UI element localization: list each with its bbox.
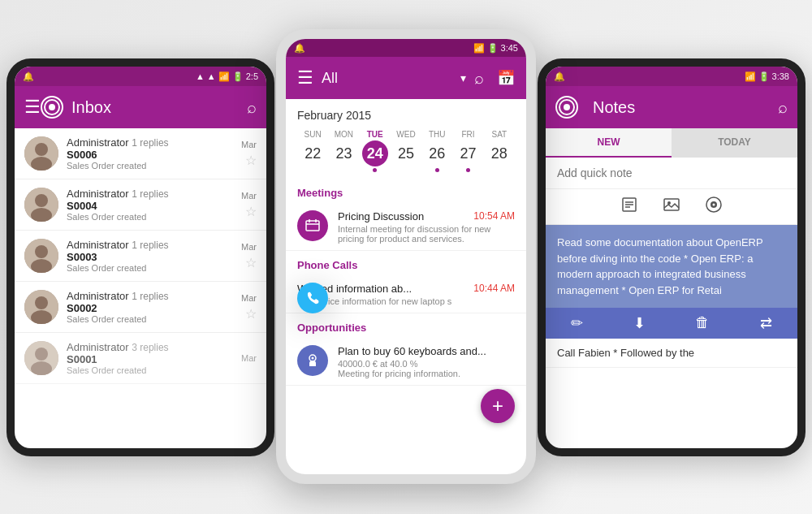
inbox-meta-1: Mar ☆ (241, 140, 257, 168)
cal-header-icons: ⌕ 📅 (474, 69, 515, 88)
cal-day-thu[interactable]: THU 26 (421, 130, 452, 172)
svg-point-15 (35, 348, 48, 361)
inbox-item-2[interactable]: Administrator 1 replies S0004 Sales Orde… (15, 179, 266, 231)
phone-inbox: 🔔 ▲ ▲ 📶 🔋 2:5 ☰ Inbox ⌕ (6, 58, 274, 456)
inbox-title: Inbox (71, 98, 111, 117)
phone-event-icon (297, 283, 328, 313)
avatar-2 (24, 188, 58, 222)
notes-quick-add (546, 158, 797, 189)
svg-point-33 (713, 204, 715, 206)
calendar-week-section: February 2015 SUN 22 MON 23 TUE 24 (286, 99, 526, 179)
svg-point-1 (49, 104, 55, 110)
cal-day-mon[interactable]: MON 23 (328, 130, 359, 172)
cal-status-icon: 🔔 (294, 43, 305, 54)
inbox-content-3: Administrator 1 replies S0003 Sales Orde… (67, 239, 233, 273)
notes-title: Notes (593, 98, 635, 117)
notes-search-icon[interactable]: ⌕ (778, 98, 788, 117)
inbox-meta-5: Mar (241, 353, 257, 363)
note-image-icon[interactable] (663, 196, 680, 218)
status-bar-center: 🔔 📶 🔋 3:45 (286, 39, 526, 57)
cal-menu-icon[interactable]: ☰ (297, 67, 313, 89)
inbox-list: Administrator 1 replies S0006 Sales Orde… (15, 128, 266, 384)
inbox-content-2: Administrator 1 replies S0004 Sales Orde… (67, 188, 233, 222)
avatar-1 (24, 136, 58, 171)
tab-new[interactable]: NEW (546, 128, 672, 158)
status-icons-right: 📶 🔋 3:38 (745, 71, 789, 82)
star-icon-2[interactable]: ☆ (245, 204, 257, 219)
notes-below-card[interactable]: Call Fabien * Followed by the (546, 339, 797, 368)
status-icons-center: 📶 🔋 3:45 (473, 43, 518, 54)
star-icon-3[interactable]: ☆ (245, 255, 257, 270)
opportunity-event-icon (297, 345, 328, 376)
status-left-icon: 🔔 (23, 71, 34, 82)
svg-point-6 (35, 194, 48, 207)
cal-day-fri[interactable]: FRI 27 (452, 130, 483, 172)
inbox-meta-2: Mar ☆ (241, 191, 257, 219)
inbox-meta-3: Mar ☆ (241, 242, 257, 270)
quick-note-input[interactable] (557, 166, 786, 179)
cal-month-label: February 2015 (297, 109, 515, 122)
inbox-search-icon[interactable]: ⌕ (247, 98, 257, 117)
note-action-delete[interactable]: 🗑 (695, 314, 710, 332)
calendar-header: ☰ All ▾ ⌕ 📅 (286, 57, 526, 99)
svg-point-24 (564, 104, 570, 110)
meeting-event-info: Pricing Discussion 10:54 AM Internal mee… (338, 210, 515, 244)
svg-point-9 (35, 245, 48, 258)
avatar-5 (24, 341, 58, 375)
status-bar-left: 🔔 ▲ ▲ 📶 🔋 2:5 (15, 67, 266, 86)
cal-day-tue[interactable]: TUE 24 (360, 130, 391, 172)
svg-rect-17 (306, 221, 319, 231)
cal-day-sat[interactable]: SAT 28 (484, 130, 515, 172)
status-icons-left: ▲ ▲ 📶 🔋 2:5 (196, 71, 258, 82)
note-text-icon[interactable] (620, 196, 638, 218)
notes-card[interactable]: Read some documentation about OpenERP be… (546, 225, 797, 308)
inbox-item-1[interactable]: Administrator 1 replies S0006 Sales Orde… (15, 128, 266, 179)
note-action-edit[interactable]: ✏ (571, 314, 583, 332)
menu-icon[interactable]: ☰ (24, 97, 41, 118)
star-icon-1[interactable]: ☆ (245, 153, 257, 168)
svg-point-3 (35, 143, 48, 156)
avatar-4 (24, 290, 58, 324)
status-bar-right: 🔔 📶 🔋 3:38 (546, 67, 797, 86)
event-pricing-discussion[interactable]: Pricing Discussion 10:54 AM Internal mee… (286, 204, 526, 251)
cal-dropdown-icon[interactable]: ▾ (460, 71, 466, 84)
inbox-header: ☰ Inbox ⌕ (15, 86, 266, 128)
notes-card-actions: ✏ ⬇ 🗑 ⇄ (546, 308, 797, 339)
phone-calls-section-header: Phone Calls (286, 251, 526, 276)
odoo-logo-left (41, 96, 63, 119)
inbox-content-4: Administrator 1 replies S0002 Sales Orde… (67, 290, 233, 324)
meetings-section-header: Meetings (286, 179, 526, 204)
opportunity-event-info: Plan to buy 60 keyboards and... 40000.0 … (338, 345, 515, 378)
inbox-content-1: Administrator 1 replies S0006 Sales Orde… (67, 136, 233, 171)
cal-day-sun[interactable]: SUN 22 (297, 130, 328, 172)
notes-tabs: NEW TODAY (546, 128, 797, 158)
inbox-content-5: Administrator 3 replies S0001 Sales Orde… (67, 341, 233, 375)
phone-notes: 🔔 📶 🔋 3:38 Notes ⌕ NEW TODAY (538, 58, 806, 456)
svg-point-12 (35, 296, 48, 309)
cal-day-wed[interactable]: WED 25 (391, 130, 421, 172)
inbox-item-5[interactable]: Administrator 3 replies S0001 Sales Orde… (15, 333, 266, 384)
calendar-events: Meetings Pricing Discussion 10:54 AM (286, 179, 526, 386)
note-voice-icon[interactable] (705, 196, 723, 218)
note-action-download[interactable]: ⬇ (633, 314, 646, 332)
event-opportunity[interactable]: Plan to buy 60 keyboards and... 40000.0 … (286, 339, 526, 386)
cal-search-icon[interactable]: ⌕ (474, 69, 484, 88)
event-phone-call[interactable]: Wanted information ab... 10:44 AM Want p… (286, 276, 526, 313)
inbox-item-4[interactable]: Administrator 1 replies S0002 Sales Orde… (15, 282, 266, 333)
cal-filter-label[interactable]: All (322, 70, 452, 87)
fab-button[interactable]: + (481, 389, 515, 423)
tab-today[interactable]: TODAY (672, 128, 797, 158)
cal-calendar-icon[interactable]: 📅 (497, 69, 515, 88)
fab-container: + (286, 386, 526, 434)
note-action-share[interactable]: ⇄ (760, 314, 772, 332)
star-icon-4[interactable]: ☆ (245, 306, 257, 322)
svg-point-22 (312, 357, 314, 360)
phone-calendar: 🔔 📶 🔋 3:45 ☰ All ▾ ⌕ 📅 February 2015 SUN (276, 29, 536, 484)
notes-icon-row (546, 189, 797, 225)
cal-week: SUN 22 MON 23 TUE 24 WED 25 (297, 130, 515, 172)
inbox-item-3[interactable]: Administrator 1 replies S0003 Sales Orde… (15, 231, 266, 282)
avatar-3 (24, 239, 58, 273)
meeting-event-icon (297, 210, 328, 241)
notes-header: Notes ⌕ (546, 86, 797, 128)
inbox-meta-4: Mar ☆ (241, 293, 257, 322)
